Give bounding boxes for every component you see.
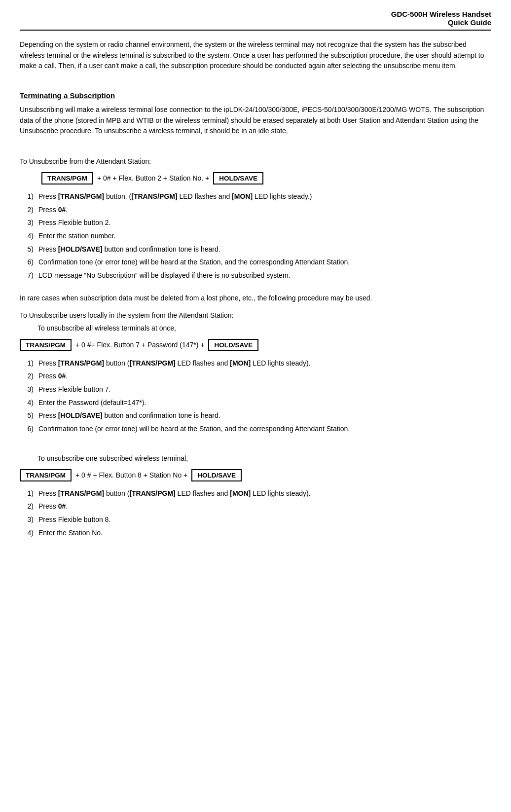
step-1-4: 4) Enter the station number. [20, 231, 491, 242]
sub2-label: To unsubscribe all wireless terminals at… [37, 323, 491, 334]
hold-save-button-3: HOLD/SAVE [191, 469, 242, 481]
step-3-1: 1) Press [TRANS/PGM] button ([TRANS/PGM]… [20, 488, 491, 499]
hold-save-button-2: HOLD/SAVE [208, 339, 258, 351]
sub3-command-line: TRANS/PGM + 0 # + Flex. Button 8 + Stati… [20, 469, 491, 481]
sub3-label: To unsubscribe one subscribed wireless t… [37, 453, 491, 464]
page-header: GDC-500H Wireless Handset Quick Guide [20, 10, 491, 31]
sub1-command-line: TRANS/PGM + 0# + Flex. Button 2 + Statio… [20, 172, 491, 185]
step-2-2: 2) Press 0#. [20, 371, 491, 382]
section-title: Terminating a Subscription [20, 91, 491, 100]
trans-pgm-ref2: [TRANS/PGM] [131, 192, 177, 200]
header-line1: GDC-500H Wireless Handset [391, 10, 491, 18]
step-2-4: 4) Enter the Password (default=147*). [20, 398, 491, 408]
step-2-1: 1) Press [TRANS/PGM] button ([TRANS/PGM]… [20, 358, 491, 369]
step-2-3: 3) Press Flexible button 7. [20, 384, 491, 395]
sub3-command-middle: + 0 # + Flex. Button 8 + Station No + [75, 471, 187, 479]
step-1-7: 7) LCD message “No Subscription” will be… [20, 270, 491, 281]
step-2-6: 6) Confirmation tone (or error tone) wil… [20, 424, 491, 435]
para2: In rare cases when subscription data mus… [20, 293, 491, 304]
sub1-label: To Unsubscribe from the Attendant Statio… [20, 156, 491, 167]
step-3-4: 4) Enter the Station No. [20, 528, 491, 539]
section-body: Unsubscribing will make a wireless termi… [20, 105, 491, 137]
header-line2: Quick Guide [448, 18, 491, 27]
step-1-1: 1) Press [TRANS/PGM] button. ([TRANS/PGM… [20, 191, 491, 202]
trans-pgm-button-2: TRANS/PGM [20, 339, 72, 351]
sub1-steps: 1) Press [TRANS/PGM] button. ([TRANS/PGM… [20, 191, 491, 281]
step-3-3: 3) Press Flexible button 8. [20, 515, 491, 525]
trans-pgm-button-1: TRANS/PGM [41, 172, 93, 185]
trans-pgm-ref: [TRANS/PGM] [58, 192, 104, 200]
para3: To Unsubscribe users locally in the syst… [20, 310, 491, 321]
sub2-command-middle: + 0 #+ Flex. Button 7 + Password (147*) … [75, 341, 204, 349]
sub2-steps: 1) Press [TRANS/PGM] button ([TRANS/PGM]… [20, 358, 491, 435]
step-2-5: 5) Press [HOLD/SAVE] button and confirma… [20, 410, 491, 421]
sub3-steps: 1) Press [TRANS/PGM] button ([TRANS/PGM]… [20, 488, 491, 539]
step-1-3: 3) Press Flexible button 2. [20, 218, 491, 228]
step-3-2: 2) Press 0#. [20, 501, 491, 512]
trans-pgm-button-3: TRANS/PGM [20, 469, 72, 481]
step-1-5: 5) Press [HOLD/SAVE] button and confirma… [20, 244, 491, 255]
intro-paragraph: Depending on the system or radio channel… [20, 39, 491, 72]
hold-save-button-1: HOLD/SAVE [213, 172, 263, 185]
step-1-2: 2) Press 0#. [20, 205, 491, 216]
sub1-command-middle: + 0# + Flex. Button 2 + Station No. + [97, 174, 209, 182]
mon-ref: [MON] [232, 192, 253, 200]
step-1-6: 6) Confirmation tone (or error tone) wil… [20, 257, 491, 268]
sub2-command-line: TRANS/PGM + 0 #+ Flex. Button 7 + Passwo… [20, 339, 491, 351]
